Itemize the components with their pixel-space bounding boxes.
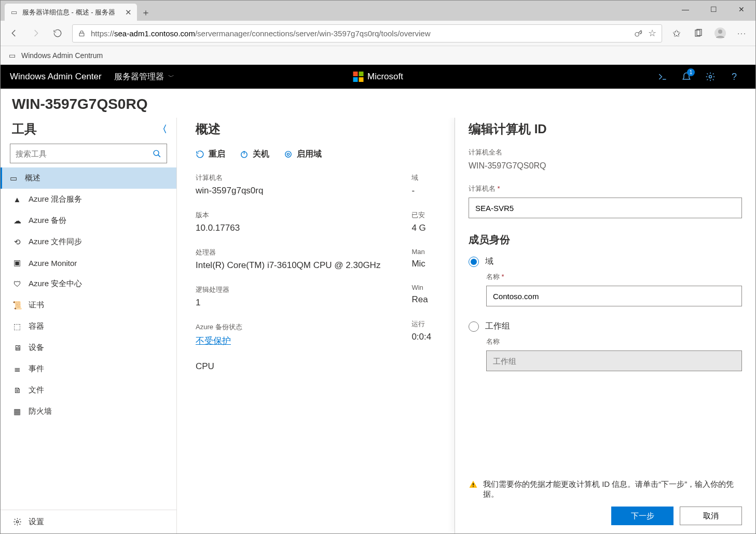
- notifications-button[interactable]: 1: [675, 65, 698, 89]
- shutdown-button[interactable]: 关机: [240, 149, 269, 160]
- domain-name-label: 名称: [486, 272, 742, 282]
- tool-search-input[interactable]: [16, 149, 153, 158]
- computer-name-input[interactable]: [469, 198, 742, 218]
- powershell-button[interactable]: [651, 65, 675, 89]
- window-close-icon[interactable]: ✕: [727, 1, 755, 18]
- domain-name-input[interactable]: [486, 286, 742, 306]
- radio-domain[interactable]: [469, 257, 479, 267]
- nav-back-button[interactable]: [4, 23, 24, 44]
- shutdown-icon: [240, 150, 249, 159]
- address-bar[interactable]: https://sea-adm1.contoso.com/servermanag…: [72, 24, 662, 43]
- collapse-tools-icon[interactable]: 〈: [158, 123, 167, 135]
- tool-list[interactable]: ▭ 概述 ▲ Azure 混合服务 ☁ Azure 备份 ⟲ Azure 文件同…: [1, 167, 176, 510]
- nav-refresh-button[interactable]: [47, 23, 68, 44]
- favorites-button[interactable]: ✩: [666, 23, 687, 44]
- window-minimize-icon[interactable]: —: [671, 1, 699, 18]
- tool-item-settings[interactable]: 设置: [1, 510, 176, 533]
- tool-item-containers[interactable]: ⬚ 容器: [1, 316, 176, 337]
- tool-item-firewall[interactable]: ▦ 防火墙: [1, 401, 176, 422]
- credentials-warning: 我们需要你的凭据才能更改计算机 ID 信息。请单击“下一步”，输入你的凭据。: [469, 473, 742, 499]
- collections-button[interactable]: [688, 23, 709, 44]
- azure-monitor-icon: ▣: [12, 258, 22, 268]
- tool-search[interactable]: [10, 144, 167, 163]
- tool-item-certificates[interactable]: 📜 证书: [1, 294, 176, 316]
- more-button[interactable]: ···: [732, 23, 752, 44]
- label-version: 版本: [196, 210, 380, 220]
- tool-item-files[interactable]: 🗎 文件: [1, 380, 176, 401]
- radio-workgroup-row[interactable]: 工作组: [469, 321, 742, 332]
- tab-page-icon: ▭: [10, 8, 18, 17]
- label-cpu: CPU: [196, 361, 380, 372]
- containers-icon: ⬚: [12, 322, 22, 331]
- radio-domain-row[interactable]: 域: [469, 256, 742, 267]
- breadcrumb-label: 服务器管理器: [114, 72, 164, 82]
- workgroup-name-label: 名称: [486, 337, 742, 346]
- radio-workgroup[interactable]: [469, 321, 479, 332]
- svg-point-8: [16, 521, 18, 523]
- breadcrumb[interactable]: 服务器管理器 ﹀: [114, 72, 174, 82]
- tool-item-azure-monitor[interactable]: ▣ Azure Monitor: [1, 252, 176, 273]
- label-processor: 处理器: [196, 248, 380, 257]
- shutdown-label: 关机: [253, 149, 269, 160]
- tool-item-azure-hybrid[interactable]: ▲ Azure 混合服务: [1, 189, 176, 210]
- tool-item-azure-security[interactable]: 🛡 Azure 安全中心: [1, 273, 176, 294]
- bookmarks-bar: ▭ Windows Admin Centrum: [1, 46, 755, 65]
- value-version: 10.0.17763: [196, 223, 380, 233]
- tool-item-azure-backup[interactable]: ☁ Azure 备份: [1, 210, 176, 231]
- site-permissions-icon[interactable]: [634, 29, 643, 38]
- value-azure-backup[interactable]: 不受保护: [196, 336, 231, 346]
- tool-item-events[interactable]: ≣ 事件: [1, 358, 176, 380]
- wac-header: Windows Admin Center 服务器管理器 ﹀ Microsoft …: [1, 65, 755, 89]
- tool-item-overview[interactable]: ▭ 概述: [1, 167, 176, 189]
- svg-point-11: [287, 153, 289, 155]
- radio-workgroup-label: 工作组: [485, 321, 510, 332]
- tool-item-label: 设备: [29, 343, 44, 353]
- svg-rect-12: [473, 483, 474, 486]
- tool-item-devices[interactable]: 🖥 设备: [1, 337, 176, 358]
- panel-title: 编辑计算机 ID: [469, 121, 742, 137]
- tool-item-label: Azure 文件同步: [29, 237, 82, 247]
- bookmark-item[interactable]: Windows Admin Centrum: [21, 51, 103, 60]
- value-logical: 1: [196, 298, 380, 308]
- tab-close-icon[interactable]: ✕: [125, 8, 132, 17]
- value-run: 0:0:4: [411, 332, 443, 342]
- certificates-icon: 📜: [12, 301, 22, 310]
- microsoft-logo: Microsoft: [353, 72, 403, 82]
- overview-pane: 概述 重启 关机 启用域: [177, 118, 755, 533]
- full-name-value: WIN-3597G7QS0RQ: [469, 161, 742, 171]
- wac-brand[interactable]: Windows Admin Center: [10, 72, 102, 82]
- tool-item-label: 设置: [29, 517, 44, 527]
- value-computer-name: win-3597g7qs0rq: [196, 186, 380, 196]
- search-icon[interactable]: [153, 149, 161, 158]
- azure-hybrid-icon: ▲: [12, 195, 22, 204]
- label-azure-backup: Azure 备份状态: [196, 322, 380, 332]
- svg-point-5: [718, 30, 722, 34]
- workgroup-name-input: [486, 350, 742, 371]
- help-button[interactable]: ?: [722, 65, 746, 89]
- browser-tab[interactable]: ▭ 服务器详细信息 - 概述 - 服务器 ✕: [5, 4, 137, 21]
- panel-buttons: 下一步 取消: [469, 499, 742, 533]
- target-icon: [284, 150, 293, 159]
- tool-item-azure-file-sync[interactable]: ⟲ Azure 文件同步: [1, 231, 176, 252]
- window-maximize-icon[interactable]: ☐: [699, 1, 727, 18]
- next-button[interactable]: 下一步: [611, 507, 673, 525]
- cancel-button[interactable]: 取消: [680, 507, 742, 525]
- warning-text: 我们需要你的凭据才能更改计算机 ID 信息。请单击“下一步”，输入你的凭据。: [483, 480, 742, 499]
- tool-item-label: Azure 备份: [29, 216, 66, 226]
- value-win: Rea: [411, 294, 443, 305]
- favorite-star-icon[interactable]: ☆: [648, 27, 656, 39]
- tool-item-label: 防火墙: [29, 406, 52, 416]
- label-installed: 已安: [411, 210, 443, 220]
- notification-badge: 1: [687, 68, 695, 76]
- browser-toolbar: https://sea-adm1.contoso.com/servermanag…: [1, 21, 755, 46]
- new-tab-button[interactable]: ＋: [137, 4, 155, 21]
- bookmark-page-icon: ▭: [8, 51, 16, 60]
- restart-button[interactable]: 重启: [196, 149, 225, 160]
- tool-item-label: Azure 混合服务: [29, 194, 82, 204]
- nav-forward-button[interactable]: [25, 23, 46, 44]
- restart-label: 重启: [209, 149, 225, 160]
- settings-button[interactable]: [698, 65, 722, 89]
- svg-point-6: [709, 76, 712, 78]
- enable-domain-button[interactable]: 启用域: [284, 149, 322, 160]
- profile-button[interactable]: [710, 23, 731, 44]
